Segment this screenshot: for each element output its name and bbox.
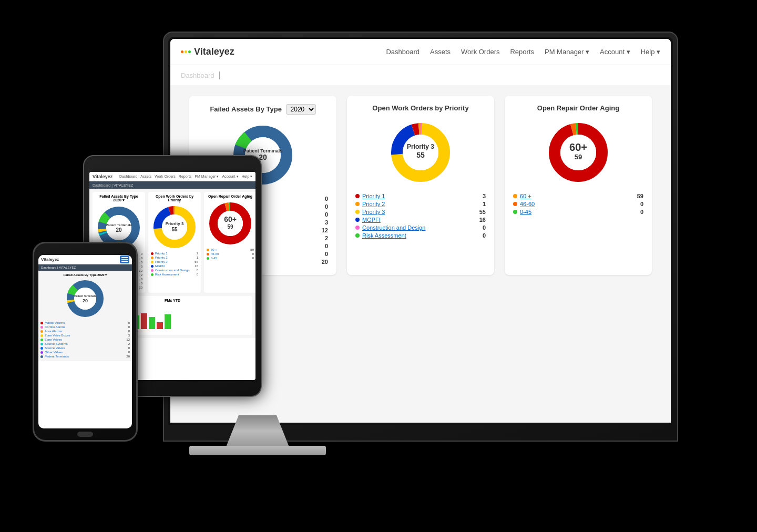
svg-text:Priority 3: Priority 3 (407, 143, 434, 150)
nav-assets[interactable]: Assets (430, 48, 451, 56)
logo-dot-3 (188, 50, 191, 53)
val-patient-terminals: 20 (318, 259, 328, 265)
tablet-nav-account[interactable]: Account ▾ (222, 175, 238, 179)
tablet-legend-row: MGPFI16 (151, 264, 198, 268)
nav-account[interactable]: Account ▾ (600, 48, 630, 56)
tablet-nav-dashboard[interactable]: Dashboard (119, 175, 137, 179)
tablet-chart3-title: Open Repair Order Aging (207, 195, 254, 198)
repair-order-chart-svg: 60+ 59 (544, 118, 612, 187)
phone-legend-row: Patient Terminals20 (40, 355, 130, 358)
phone-content: Failed Assets By Type 2020 ▾ Patient Ter… (38, 271, 132, 361)
work-orders-section: Open Work Orders by Priority (347, 96, 494, 275)
val-mgpfi: 16 (475, 217, 486, 223)
svg-rect-48 (149, 317, 155, 329)
label-construction[interactable]: Construction and Design (362, 224, 475, 231)
label-0-45[interactable]: 0-45 (520, 209, 633, 215)
phone-home-button[interactable] (77, 432, 93, 437)
val-source-systems: 2 (318, 235, 328, 241)
dot-60plus (513, 194, 517, 198)
dot-construction (355, 226, 360, 230)
phone-breadcrumb-text: Dashboard | VITALEYEZ (41, 266, 76, 269)
phone-hamburger-btn[interactable] (120, 255, 129, 263)
hamburger-line-3 (121, 261, 128, 262)
phone-legend-row: Area Alarms0 (40, 330, 130, 333)
nav-reports[interactable]: Reports (510, 48, 534, 56)
val-zone-valves: 12 (318, 227, 328, 233)
legend-row-construction: Construction and Design 0 (355, 224, 486, 231)
label-60plus[interactable]: 60 + (520, 193, 633, 199)
nav-dashboard[interactable]: Dashboard (386, 48, 420, 56)
legend-row-0-45: 0-45 0 (513, 209, 643, 215)
label-priority1[interactable]: Priority 1 (362, 193, 475, 199)
logo-dot-2 (185, 50, 187, 53)
val-priority1: 3 (475, 193, 486, 199)
legend-row-p2: Priority 2 1 (355, 201, 486, 207)
val-priority3: 55 (475, 209, 486, 215)
breadcrumb-current: VITALEYEZ (225, 71, 262, 79)
legend-row-mgpfi: MGPFI 16 (355, 217, 486, 223)
dot-priority2 (355, 202, 360, 206)
label-priority2[interactable]: Priority 2 (362, 201, 475, 207)
legend-row-p3: Priority 3 55 (355, 209, 486, 215)
tablet-legend-row: 0-450 (207, 257, 254, 260)
val-60plus: 59 (633, 193, 643, 199)
phone-legend-row: Source Valves0 (40, 346, 130, 350)
phone-legend-row: Source Systems2 (40, 342, 130, 345)
tablet-legend-row: Construction and Design0 (151, 269, 198, 272)
phone-legend-row: Master Alarms0 (40, 321, 130, 324)
val-priority2: 1 (475, 201, 486, 207)
label-mgpfi[interactable]: MGPFI (362, 217, 475, 223)
svg-text:20: 20 (116, 227, 122, 233)
navbar: Vitaleyez Dashboard Assets Work Orders R… (170, 39, 671, 65)
tablet-nav-help[interactable]: Help ▾ (242, 175, 252, 179)
label-risk[interactable]: Risk Assessment (362, 232, 475, 239)
legend-row-p1: Priority 1 3 (355, 193, 486, 199)
val-master-alarms: 0 (318, 196, 328, 202)
svg-text:Patient Terminals: Patient Terminals (74, 294, 96, 298)
svg-text:Priority 3: Priority 3 (166, 221, 184, 226)
val-zone-valve-boxes: 3 (318, 219, 328, 226)
tablet-nav-assets[interactable]: Assets (140, 175, 151, 179)
tablet-chart3-legend: 60 +59 46-600 0-450 (207, 248, 254, 260)
monitor-base (189, 446, 326, 455)
val-risk: 0 (475, 232, 486, 239)
svg-text:20: 20 (83, 298, 88, 303)
tablet-chart1-title: Failed Assets By Type 2020 ▾ (95, 195, 142, 202)
repair-order-donut: 60+ 59 (513, 118, 643, 187)
tablet-nav-work-orders[interactable]: Work Orders (155, 175, 176, 179)
svg-text:60+: 60+ (224, 215, 237, 223)
dot-priority1 (355, 194, 360, 198)
hamburger-line-2 (121, 259, 128, 260)
tablet-work-orders: Open Work Orders by Priority Priority 3 … (148, 192, 201, 293)
tablet-chart2-svg: Priority 3 55 (151, 203, 198, 251)
nav-help[interactable]: Help ▾ (641, 48, 660, 56)
nav-pm-manager[interactable]: PM Manager ▾ (545, 48, 589, 56)
phone-legend: Master Alarms0 Combo Alarms0 Area Alarms… (40, 321, 130, 358)
tablet-nav-pm[interactable]: PM Manager ▾ (195, 175, 219, 179)
logo: Vitaleyez (181, 46, 234, 57)
dot-mgpfi (355, 218, 360, 222)
label-46-60[interactable]: 46-60 (520, 201, 633, 207)
svg-text:55: 55 (416, 151, 425, 159)
nav-items: Dashboard Assets Work Orders Reports PM … (386, 48, 660, 56)
dot-46-60 (513, 202, 517, 206)
tablet-repair-order: Open Repair Order Aging 60+ 59 60 +59 46… (204, 192, 255, 293)
hamburger-icon[interactable] (120, 255, 129, 263)
dot-priority3 (355, 210, 360, 214)
nav-work-orders[interactable]: Work Orders (461, 48, 499, 56)
tablet-nav-reports[interactable]: Reports (179, 175, 192, 179)
phone-chart-title: Failed Assets By Type 2020 ▾ (40, 273, 130, 277)
phone-nav: Vitaleyez (38, 255, 132, 264)
tablet-breadcrumb-text: Dashboard | VITALEYEZ (93, 183, 133, 187)
breadcrumb-parent[interactable]: Dashboard (181, 71, 214, 79)
work-orders-chart-svg: Priority 3 55 (386, 118, 455, 187)
work-orders-title: Open Work Orders by Priority (355, 104, 486, 112)
val-area-alarms: 0 (318, 211, 328, 218)
repair-order-section: Open Repair Order Aging (505, 96, 652, 275)
year-select[interactable]: 2020 2019 2018 (286, 104, 316, 115)
phone-donut-svg: Patient Terminals 20 (64, 278, 106, 320)
svg-rect-47 (141, 313, 147, 329)
breadcrumb-separator: | (219, 70, 221, 80)
label-priority3[interactable]: Priority 3 (362, 209, 475, 215)
svg-text:59: 59 (227, 224, 233, 230)
